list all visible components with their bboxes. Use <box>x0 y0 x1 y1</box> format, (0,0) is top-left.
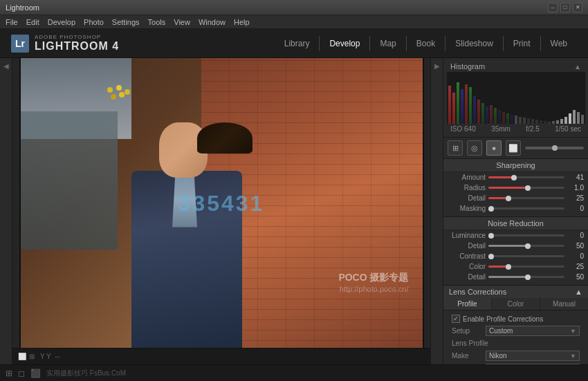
lens-corrections-header[interactable]: Lens Corrections ▲ <box>443 286 588 298</box>
photo-frame: 335431 POCO 摄影专题 http://photo.poco.cn/ <box>19 58 424 348</box>
sharpening-title: Sharpening <box>443 159 588 172</box>
lens-tab-color[interactable]: Color <box>492 298 540 310</box>
tab-develop[interactable]: Develop <box>319 36 369 51</box>
amount-value: 41 <box>567 174 584 181</box>
lens-tab-manual[interactable]: Manual <box>540 298 588 310</box>
maximize-button[interactable]: □ <box>560 3 570 12</box>
menu-help[interactable]: Help <box>234 18 250 26</box>
minimize-button[interactable]: – <box>548 3 558 12</box>
make-dropdown-icon: ▼ <box>570 353 576 360</box>
menu-photo[interactable]: Photo <box>84 18 104 26</box>
compare-icon[interactable]: Y Y <box>40 353 51 360</box>
menu-bar: File Edit Develop Photo Settings Tools V… <box>0 15 588 29</box>
menu-file[interactable]: File <box>6 18 18 26</box>
svg-rect-10 <box>490 105 493 124</box>
menu-view[interactable]: View <box>174 18 190 26</box>
grid-view-icon[interactable]: ⊞ <box>6 369 12 378</box>
masking-label: Masking <box>448 205 486 212</box>
photo-background: 335431 POCO 摄影专题 http://photo.poco.cn/ <box>21 58 423 348</box>
top-nav: Lr ADOBE PHOTOSHOP LIGHTROOM 4 Library D… <box>0 29 588 58</box>
make-field[interactable]: Nikon ▼ <box>486 351 580 361</box>
svg-rect-22 <box>540 120 542 124</box>
lens-collapse-icon: ▲ <box>575 288 582 296</box>
tab-print[interactable]: Print <box>503 36 540 51</box>
contrast-value: 0 <box>567 252 584 260</box>
left-panel-arrow[interactable]: ◀ <box>2 61 10 71</box>
histogram-info: ISO 640 35mm f/2.5 1/50 sec <box>446 124 585 134</box>
menu-edit[interactable]: Edit <box>26 18 39 26</box>
menu-settings[interactable]: Settings <box>112 18 140 26</box>
setup-field[interactable]: Custom ▼ <box>486 326 580 336</box>
compare-view-icon[interactable]: ⬛ <box>30 369 41 378</box>
histogram-collapse[interactable]: ▲ <box>574 63 581 71</box>
left-strip: ◀ <box>0 58 12 364</box>
tab-web[interactable]: Web <box>540 36 577 51</box>
detail-thumb <box>506 196 511 201</box>
tab-map[interactable]: Map <box>369 36 405 51</box>
svg-rect-14 <box>506 113 509 124</box>
main-area: 335431 POCO 摄影专题 http://photo.poco.cn/ ⬜… <box>12 58 430 364</box>
nr-detail-thumb <box>525 243 531 249</box>
right-panel-arrow[interactable]: ▶ <box>433 61 441 71</box>
content-area: ◀ <box>0 58 588 364</box>
amount-row: Amount 41 <box>443 172 588 183</box>
window-title: Lightroom <box>6 3 548 12</box>
color-detail-fill <box>488 276 526 278</box>
sharpening-section: Sharpening Amount 41 Radius 1.0 <box>443 159 588 217</box>
svg-rect-18 <box>523 118 526 124</box>
lum-slider[interactable] <box>488 234 564 236</box>
tab-book[interactable]: Book <box>406 36 445 51</box>
contrast-slider[interactable] <box>488 255 564 257</box>
bottom-label-text: 实用摄影技巧 FsBus.CoM <box>46 369 126 378</box>
grid-icon[interactable]: ⊞ <box>29 353 35 360</box>
noise-reduction-section: Noise Reduction Luminance 0 Detail <box>443 217 588 286</box>
image-container[interactable]: 335431 POCO 摄影专题 http://photo.poco.cn/ <box>12 58 430 348</box>
radius-slider[interactable] <box>488 187 564 189</box>
app-bottom-strip: ⊞ ◻ ⬛ 实用摄影技巧 FsBus.CoM <box>0 364 588 381</box>
noise-reduction-title: Noise Reduction <box>443 217 588 230</box>
svg-rect-6 <box>473 96 476 124</box>
enable-checkbox[interactable]: ✓ <box>452 315 460 323</box>
color-detail-slider[interactable] <box>488 276 564 278</box>
detail-slider[interactable] <box>488 197 564 199</box>
amount-fill <box>488 176 513 178</box>
detail-row: Detail 25 <box>443 193 588 203</box>
redeye-tool[interactable]: ● <box>486 140 502 156</box>
svg-rect-25 <box>552 121 555 124</box>
person-silhouette <box>118 115 256 349</box>
tab-slideshow[interactable]: Slideshow <box>445 36 503 51</box>
detail-label: Detail <box>448 194 486 202</box>
menu-window[interactable]: Window <box>199 18 226 26</box>
enable-corrections-row: ✓ Enable Profile Corrections <box>448 313 584 324</box>
lens-tab-profile[interactable]: Profile <box>443 298 492 310</box>
amount-thumb <box>511 175 517 180</box>
amount-slider[interactable] <box>488 176 564 178</box>
lr-title: ADOBE PHOTOSHOP LIGHTROOM 4 <box>35 34 119 53</box>
masking-thumb <box>488 206 494 212</box>
nav-tabs: Library Develop Map Book Slideshow Print… <box>275 36 577 51</box>
tone-curve-area[interactable] <box>525 147 584 149</box>
masking-slider[interactable] <box>488 207 564 210</box>
color-slider[interactable] <box>488 266 564 268</box>
tone-slider-thumb <box>552 145 558 151</box>
brush-tool[interactable]: ⬜ <box>506 140 521 156</box>
hist-shutter: 1/50 sec <box>555 125 581 133</box>
close-button[interactable]: ✕ <box>573 3 582 12</box>
frame-icon[interactable]: ⬜ <box>18 353 26 360</box>
nr-detail-slider[interactable] <box>488 245 564 247</box>
color-value: 25 <box>567 263 584 270</box>
crop-tool[interactable]: ⊞ <box>448 140 463 156</box>
lum-thumb <box>488 233 494 239</box>
menu-develop[interactable]: Develop <box>48 18 75 26</box>
nr-detail-value: 50 <box>567 242 584 250</box>
zoom-icon[interactable]: ↔ <box>54 353 61 360</box>
hist-iso: ISO 640 <box>450 125 476 133</box>
menu-tools[interactable]: Tools <box>148 18 166 26</box>
tab-library[interactable]: Library <box>275 36 320 51</box>
loupe-view-icon[interactable]: ◻ <box>18 369 25 378</box>
histogram-canvas <box>447 72 585 124</box>
masking-value: 0 <box>567 205 584 212</box>
spot-tool[interactable]: ◎ <box>467 140 482 156</box>
svg-rect-7 <box>477 100 480 124</box>
lens-tabs: Profile Color Manual <box>443 298 588 310</box>
